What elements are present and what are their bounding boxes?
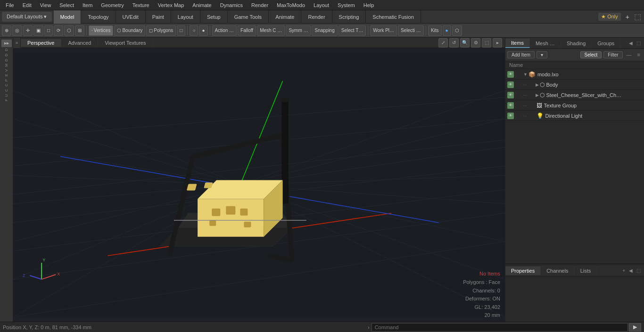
tool-vertices[interactable]: · Vertices: [89, 25, 113, 36]
items-tab-expand[interactable]: ⬚: [635, 40, 642, 46]
layout-expand-icon[interactable]: ⬚: [634, 12, 641, 21]
sidebar-label-c2[interactable]: C: [3, 88, 9, 93]
vp-ctrl-zoom[interactable]: 🔍: [460, 38, 470, 48]
props-tab-lists[interactable]: Lists: [575, 267, 597, 275]
layout-tab-animate[interactable]: Animate: [269, 10, 301, 24]
list-item-modo-lxo[interactable]: 👁 ▼ 📦 modo.lxo: [505, 69, 644, 80]
tool-rotate[interactable]: ⟳: [54, 25, 63, 36]
tool-falloff[interactable]: Falloff: [238, 25, 256, 36]
vp-ctrl-settings[interactable]: ⚙: [471, 38, 480, 48]
tool-mesh-c[interactable]: Mesh C …: [257, 25, 285, 36]
layout-tab-scripting[interactable]: Scripting: [332, 10, 366, 24]
props-expand[interactable]: ⬚: [635, 267, 642, 274]
sidebar-label-p[interactable]: P: [3, 78, 9, 82]
tool-circle1[interactable]: ○: [190, 25, 198, 36]
menu-geometry[interactable]: Geometry: [97, 1, 127, 9]
layout-tab-game-tools[interactable]: Game Tools: [228, 10, 269, 24]
vp-ctrl-rotate[interactable]: ↺: [449, 38, 459, 48]
menu-item[interactable]: Item: [79, 1, 96, 9]
eye-icon-body[interactable]: 👁: [507, 81, 514, 88]
add-layout-button[interactable]: +: [623, 13, 632, 21]
items-select-button[interactable]: Select: [580, 51, 602, 58]
layout-tab-schematic[interactable]: Schematic Fusion: [366, 10, 421, 24]
default-layouts-dropdown[interactable]: Default Layouts ▾: [2, 12, 52, 22]
command-input[interactable]: [372, 323, 628, 332]
props-plus-btn[interactable]: +: [621, 267, 627, 274]
viewport-menu-btn[interactable]: ≡: [13, 38, 21, 48]
items-tab-mesh[interactable]: Mesh …: [530, 39, 561, 48]
cmd-go-button[interactable]: ▶: [629, 323, 641, 332]
sidebar-label-d2[interactable]: D: [3, 53, 9, 57]
vp-ctrl-fit[interactable]: ⤢: [438, 38, 448, 48]
menu-texture[interactable]: Texture: [129, 1, 153, 9]
expand-steel[interactable]: ▶: [536, 93, 539, 97]
add-item-dropdown[interactable]: ▾: [537, 51, 547, 58]
tool-boundary[interactable]: ⬡ Boundary: [114, 25, 145, 36]
menu-layout[interactable]: Layout: [310, 1, 333, 9]
tool-work-pl[interactable]: Work Pl…: [370, 25, 397, 36]
eye-icon-texture[interactable]: 👁: [507, 102, 514, 109]
sidebar-label-d3[interactable]: D: [3, 58, 9, 63]
items-tb-more[interactable]: ≡: [636, 51, 642, 58]
list-item-texture-group[interactable]: 👁 ··· 🖼 Texture Group: [505, 100, 644, 111]
eye-icon-light[interactable]: 👁: [507, 113, 514, 119]
tool-blue-sphere[interactable]: ●: [443, 25, 451, 36]
tool-box2[interactable]: □: [44, 25, 53, 36]
tool-hex[interactable]: ⬡: [64, 25, 74, 36]
items-filter-button[interactable]: Filter: [603, 51, 622, 58]
tool-symm[interactable]: Symm …: [286, 25, 311, 36]
menu-select[interactable]: Select: [56, 1, 78, 9]
tool-action[interactable]: Action …: [212, 25, 237, 36]
menu-help[interactable]: Help: [360, 1, 378, 9]
sidebar-label-u[interactable]: U: [3, 93, 9, 98]
tool-square[interactable]: □: [177, 25, 185, 36]
tool-mode2[interactable]: ◎: [12, 25, 22, 36]
items-tab-items[interactable]: Items: [505, 39, 530, 48]
star-only-label[interactable]: ★ Only: [598, 13, 621, 21]
props-collapse[interactable]: ◀: [627, 267, 634, 274]
tool-select-mode[interactable]: ⊕: [2, 25, 11, 36]
list-item-steel-cheese[interactable]: 👁 ··· ▶ ⬡ Steel_Cheese_Slicer_with_Ch…: [505, 90, 644, 100]
eye-icon-steel[interactable]: 👁: [507, 92, 514, 98]
layout-tab-render[interactable]: Render: [301, 10, 332, 24]
props-tab-properties[interactable]: Properties: [505, 267, 541, 275]
sidebar-label-c1[interactable]: C: [3, 83, 9, 88]
layout-tab-topology[interactable]: Topology: [81, 10, 116, 24]
menu-maxtomod[interactable]: MaxToModo: [273, 1, 309, 9]
tool-last[interactable]: ⬡: [452, 25, 462, 36]
viewport[interactable]: ≡ Perspective Advanced Viewport Textures…: [13, 38, 505, 322]
menu-file[interactable]: File: [2, 1, 18, 9]
menu-dynamics[interactable]: Dynamics: [216, 1, 247, 9]
props-tab-channels[interactable]: Channels: [541, 267, 574, 275]
tool-grid[interactable]: ⊞: [75, 25, 84, 36]
items-list[interactable]: 👁 ▼ 📦 modo.lxo 👁 ··· ▶ ⬡ Body 👁 ··· ▶: [505, 69, 644, 263]
items-tab-shading[interactable]: Shading: [561, 39, 592, 48]
layout-tab-layout[interactable]: Layout: [171, 10, 200, 24]
sidebar-label-d1[interactable]: D: [3, 48, 9, 52]
menu-render[interactable]: Render: [248, 1, 272, 9]
menu-edit[interactable]: Edit: [19, 1, 35, 9]
expand-modo[interactable]: ▼: [523, 72, 528, 77]
tool-selecti[interactable]: Selecti …: [398, 25, 424, 36]
vp-tab-advanced[interactable]: Advanced: [61, 39, 98, 47]
tool-snapping[interactable]: Snapping: [312, 25, 337, 36]
menu-view[interactable]: View: [36, 1, 55, 9]
tool-circle2[interactable]: ●: [199, 25, 207, 36]
menu-vertex-map[interactable]: Vertex Map: [154, 1, 188, 9]
sidebar-label-f[interactable]: F: [3, 98, 9, 102]
sidebar-label-e[interactable]: E: [3, 73, 9, 77]
menu-system[interactable]: System: [334, 1, 359, 9]
tool-kits[interactable]: Kits: [428, 25, 442, 36]
eye-icon-modo[interactable]: 👁: [507, 71, 514, 78]
tool-box1[interactable]: ▣: [33, 25, 43, 36]
layout-tab-uvedit[interactable]: UVEdit: [116, 10, 146, 24]
list-item-body[interactable]: 👁 ··· ▶ ⬡ Body: [505, 80, 644, 90]
vp-tab-textures[interactable]: Viewport Textures: [98, 39, 153, 47]
sidebar-label-m[interactable]: M: [3, 63, 9, 68]
menu-animate[interactable]: Animate: [189, 1, 215, 9]
add-item-button[interactable]: Add Item: [507, 51, 535, 58]
layout-tab-paint[interactable]: Paint: [146, 10, 171, 24]
tool-crosshair[interactable]: ✛: [23, 25, 33, 36]
items-tab-groups[interactable]: Groups: [592, 39, 620, 48]
sidebar-tool-1[interactable]: ▶▶: [1, 40, 12, 47]
